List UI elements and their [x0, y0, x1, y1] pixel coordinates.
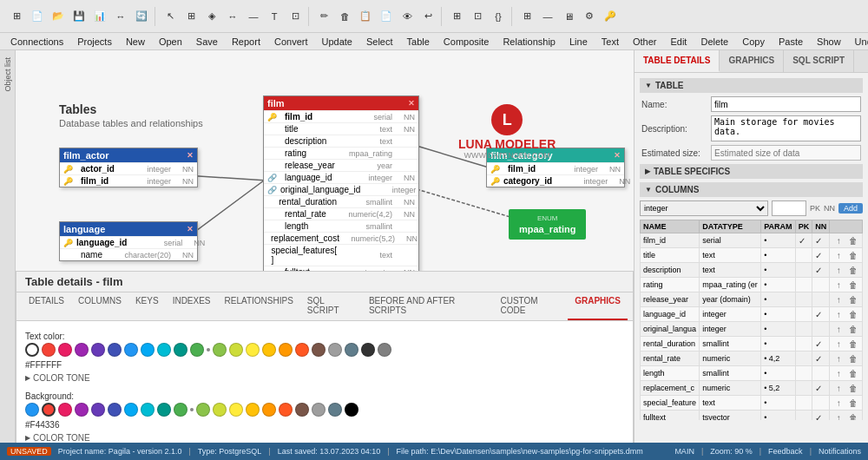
- text-color-tone[interactable]: ▶ COLOR TONE: [25, 371, 391, 384]
- tab-relationships[interactable]: RELATIONSHIPS: [218, 292, 300, 320]
- col-up-button[interactable]: ↑: [832, 323, 845, 335]
- menu-show[interactable]: Show: [810, 35, 848, 49]
- tab-before-after[interactable]: BEFORE AND AFTER SCRIPTS: [362, 292, 494, 320]
- menu-line[interactable]: Line: [562, 35, 595, 49]
- col-delete-button[interactable]: 🗑: [847, 308, 859, 320]
- tab-graphics[interactable]: GRAPHICS: [568, 292, 628, 320]
- align-button[interactable]: ⊞: [447, 7, 466, 26]
- col-up-button[interactable]: ↑: [832, 249, 845, 261]
- color-swatch[interactable]: [25, 343, 39, 357]
- sb-tab[interactable]: MAIN: [674, 447, 694, 456]
- col-up-button[interactable]: ↑: [832, 382, 845, 394]
- menu-undo[interactable]: Undo: [848, 35, 868, 49]
- col-delete-button[interactable]: 🗑: [847, 264, 859, 276]
- save-button[interactable]: 💾: [69, 7, 89, 26]
- tab-custom-code[interactable]: CUSTOM CODE: [494, 292, 569, 320]
- color-swatch[interactable]: [75, 403, 89, 417]
- tab-details[interactable]: DETAILS: [22, 292, 71, 320]
- sb-feedback[interactable]: Feedback: [768, 447, 803, 456]
- color-swatch[interactable]: [295, 343, 309, 357]
- col-delete-button[interactable]: 🗑: [847, 411, 859, 420]
- col-delete-button[interactable]: 🗑: [847, 397, 859, 409]
- close-icon[interactable]: ✕: [187, 151, 194, 160]
- col-name[interactable]: length: [641, 366, 700, 381]
- menu-delete[interactable]: Delete: [694, 35, 735, 49]
- color-swatch[interactable]: [279, 343, 293, 357]
- enum-mpaa-rating[interactable]: ENUM mpaa_rating: [509, 209, 586, 240]
- col-up-button[interactable]: ↑: [832, 264, 845, 276]
- menu-other[interactable]: Other: [626, 35, 664, 49]
- tab-indexes[interactable]: INDEXES: [166, 292, 218, 320]
- sidebar-tab-object-list[interactable]: Object list: [2, 54, 14, 95]
- color-swatch[interactable]: [42, 343, 56, 357]
- menu-update[interactable]: Update: [314, 35, 358, 49]
- menu-new[interactable]: New: [119, 35, 152, 49]
- col-name[interactable]: title: [641, 248, 700, 263]
- menu-copy[interactable]: Copy: [735, 35, 772, 49]
- color-swatch[interactable]: [25, 403, 39, 417]
- rp-name-input[interactable]: [711, 96, 861, 112]
- rp-section-specifics[interactable]: ▶ TABLE SPECIFICS: [640, 164, 863, 179]
- color-swatch[interactable]: [345, 403, 358, 417]
- col-name[interactable]: special_feature: [641, 396, 700, 411]
- account-button[interactable]: 🔑: [601, 7, 620, 26]
- color-swatch[interactable]: [141, 343, 155, 357]
- col-up-button[interactable]: ↑: [832, 367, 845, 379]
- color-swatch[interactable]: [246, 343, 260, 357]
- col-delete-button[interactable]: 🗑: [847, 279, 859, 291]
- copy-button[interactable]: 📋: [356, 7, 375, 26]
- rp-section-table[interactable]: ▼ TABLE: [640, 78, 863, 93]
- menu-select[interactable]: Select: [359, 35, 400, 49]
- color-swatch[interactable]: [279, 403, 293, 417]
- db-button[interactable]: ⊞: [7, 7, 26, 26]
- color-swatch[interactable]: [108, 403, 122, 417]
- sql-script-button[interactable]: {}: [489, 7, 508, 26]
- col-delete-button[interactable]: 🗑: [847, 234, 859, 246]
- color-swatch[interactable]: [58, 343, 72, 357]
- color-swatch[interactable]: [295, 403, 309, 417]
- rp-estimated-input[interactable]: [711, 145, 861, 161]
- color-swatch[interactable]: [312, 343, 326, 357]
- add-column-button[interactable]: Add: [838, 203, 863, 214]
- line-button[interactable]: —: [244, 7, 263, 26]
- select-button[interactable]: ↖: [161, 7, 180, 26]
- menu-convert[interactable]: Convert: [267, 35, 315, 49]
- color-swatch[interactable]: [262, 403, 276, 417]
- col-name[interactable]: film_id: [641, 233, 700, 248]
- color-swatch[interactable]: [141, 403, 155, 417]
- col-up-button[interactable]: ↑: [832, 234, 845, 246]
- color-swatch[interactable]: [91, 343, 105, 357]
- menu-paste[interactable]: Paste: [772, 35, 810, 49]
- menu-relationship[interactable]: Relationship: [496, 35, 562, 49]
- resize-button[interactable]: ⊡: [468, 7, 487, 26]
- show-button[interactable]: 👁: [398, 7, 417, 26]
- col-delete-button[interactable]: 🗑: [847, 338, 859, 350]
- col-name[interactable]: fulltext: [641, 411, 700, 421]
- color-swatch[interactable]: [361, 343, 375, 357]
- menu-table[interactable]: Table: [400, 35, 437, 49]
- color-swatch[interactable]: [124, 343, 138, 357]
- color-swatch[interactable]: [58, 403, 72, 417]
- rp-tab-graphics[interactable]: GRAPHICS: [720, 50, 784, 72]
- close-icon[interactable]: ✕: [408, 99, 415, 108]
- table-language[interactable]: language ✕ 🔑 language_id serial NN name …: [59, 221, 198, 261]
- col-name[interactable]: replacement_c: [641, 381, 700, 396]
- col-delete-button[interactable]: 🗑: [847, 367, 859, 379]
- composite-button[interactable]: ◈: [202, 7, 221, 26]
- edit-button[interactable]: ✏: [314, 7, 333, 26]
- new-button[interactable]: 📄: [28, 7, 47, 26]
- color-swatch[interactable]: [262, 343, 276, 357]
- color-swatch[interactable]: [312, 403, 326, 417]
- col-up-button[interactable]: ↑: [832, 352, 845, 365]
- col-delete-button[interactable]: 🗑: [847, 323, 859, 335]
- color-swatch[interactable]: [174, 403, 187, 417]
- color-swatch[interactable]: [378, 343, 391, 357]
- bg-color-tone[interactable]: ▶ COLOR TONE: [25, 431, 358, 443]
- color-swatch[interactable]: [196, 403, 210, 417]
- color-swatch[interactable]: [157, 343, 171, 357]
- sb-zoom[interactable]: Zoom: 90 %: [710, 447, 753, 456]
- close-icon[interactable]: ✕: [187, 225, 194, 233]
- menu-projects[interactable]: Projects: [70, 35, 119, 49]
- menu-composite[interactable]: Composite: [437, 35, 496, 49]
- text-button[interactable]: T: [265, 7, 284, 26]
